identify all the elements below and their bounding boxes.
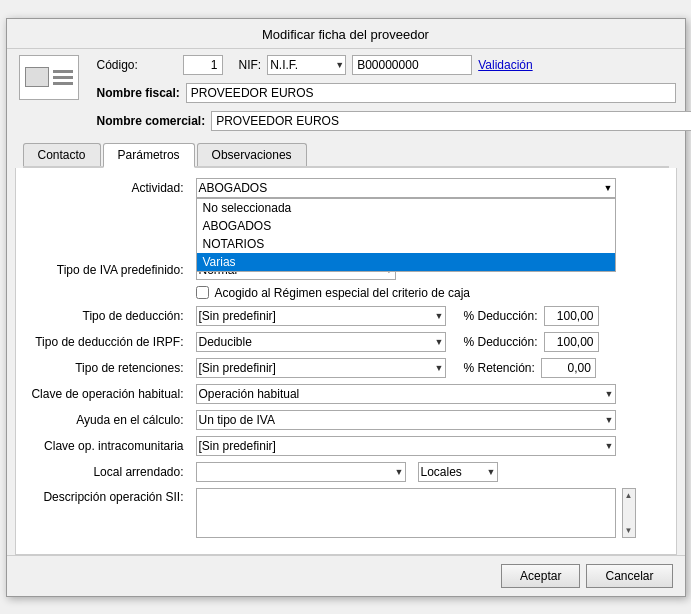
- pct-deduccion-input[interactable]: [544, 306, 599, 326]
- nombre-fiscal-row: Nombre fiscal:: [97, 83, 692, 103]
- locales-dropdown[interactable]: Locales No locales ▼: [418, 462, 498, 482]
- actividad-option-3[interactable]: Varias: [197, 253, 615, 271]
- tab-contacto[interactable]: Contacto: [23, 143, 101, 166]
- tipo-iva-label: Tipo de IVA predefinido:: [30, 263, 190, 277]
- footer: Aceptar Cancelar: [7, 555, 685, 596]
- clave-op-select[interactable]: Operación habitual: [196, 384, 616, 404]
- clave-intra-label: Clave op. intracomunitaria: [30, 439, 190, 453]
- actividad-select-box[interactable]: ABOGADOS ▼: [196, 178, 616, 198]
- local-arrendado-label: Local arrendado:: [30, 465, 190, 479]
- actividad-dropdown-arrow: ▼: [604, 183, 613, 193]
- tipo-deduccion-irpf-dropdown[interactable]: [Sin predefinir] Deducible No deducible …: [196, 332, 446, 352]
- tab-content-parametros: Actividad: ABOGADOS ▼ No seleccionada AB…: [15, 168, 677, 555]
- descripcion-scrollbar[interactable]: ▲ ▼: [622, 488, 636, 538]
- actividad-option-1[interactable]: ABOGADOS: [197, 217, 615, 235]
- descripcion-sii-row: Descripción operación SII: ▲ ▼: [30, 488, 662, 538]
- pct-deduccion-irpf-input[interactable]: [544, 332, 599, 352]
- header-section: Código: NIF: N.I.F. C.I.F. PASAPORTE ▼ V…: [7, 49, 685, 137]
- tipo-retenciones-row: Tipo de retenciones: [Sin predefinir] ▼ …: [30, 358, 662, 378]
- descripcion-sii-textarea[interactable]: [196, 488, 616, 538]
- tipo-retenciones-select[interactable]: [Sin predefinir]: [196, 358, 446, 378]
- scroll-up-arrow[interactable]: ▲: [625, 491, 633, 500]
- validacion-link[interactable]: Validación: [478, 58, 532, 72]
- logo-image: [25, 67, 49, 87]
- codigo-input[interactable]: [183, 55, 223, 75]
- tipo-deduccion-control: [Sin predefinir] Deducible No deducible …: [196, 306, 662, 326]
- nif-label: NIF:: [239, 58, 262, 72]
- logo: [19, 55, 79, 100]
- actividad-row: Actividad: ABOGADOS ▼ No seleccionada AB…: [30, 178, 662, 198]
- tipo-deduccion-select[interactable]: [Sin predefinir] Deducible No deducible: [196, 306, 446, 326]
- tab-parametros[interactable]: Parámetros: [103, 143, 195, 168]
- clave-op-control: Operación habitual ▼: [196, 384, 662, 404]
- actividad-dropdown-list[interactable]: No seleccionada ABOGADOS NOTARIOS Varias: [196, 198, 616, 272]
- ayuda-dropdown[interactable]: Un tipo de IVA ▼: [196, 410, 616, 430]
- tipo-retenciones-label: Tipo de retenciones:: [30, 361, 190, 375]
- local-dropdown[interactable]: ▼: [196, 462, 406, 482]
- logo-lines: [53, 70, 73, 85]
- nombre-fiscal-label: Nombre fiscal:: [97, 86, 180, 100]
- tipo-deduccion-label: Tipo de deducción:: [30, 309, 190, 323]
- clave-intra-row: Clave op. intracomunitaria [Sin predefin…: [30, 436, 662, 456]
- local-select[interactable]: [196, 462, 406, 482]
- locales-select[interactable]: Locales No locales: [418, 462, 498, 482]
- actividad-label: Actividad:: [30, 181, 190, 195]
- tipo-deduccion-irpf-select[interactable]: [Sin predefinir] Deducible No deducible: [196, 332, 446, 352]
- tipo-deduccion-dropdown[interactable]: [Sin predefinir] Deducible No deducible …: [196, 306, 446, 326]
- tipo-deduccion-irpf-row: Tipo de deducción de IRPF: [Sin predefin…: [30, 332, 662, 352]
- pct-deduccion-label: % Deducción:: [464, 309, 538, 323]
- scroll-down-arrow[interactable]: ▼: [625, 526, 633, 535]
- nif-type-dropdown[interactable]: N.I.F. C.I.F. PASAPORTE ▼: [267, 55, 346, 75]
- actividad-control: ABOGADOS ▼ No seleccionada ABOGADOS NOTA…: [196, 178, 662, 198]
- tipo-deduccion-irpf-label: Tipo de deducción de IRPF:: [30, 335, 190, 349]
- codigo-row: Código: NIF: N.I.F. C.I.F. PASAPORTE ▼ V…: [97, 55, 692, 75]
- acogido-row: Acogido al Régimen especial del criterio…: [196, 286, 662, 300]
- nombre-comercial-label: Nombre comercial:: [97, 114, 206, 128]
- clave-op-dropdown[interactable]: Operación habitual ▼: [196, 384, 616, 404]
- tipo-retenciones-dropdown[interactable]: [Sin predefinir] ▼: [196, 358, 446, 378]
- clave-op-label: Clave de operación habitual:: [30, 387, 190, 401]
- actividad-selected-value: ABOGADOS: [199, 181, 268, 195]
- nif-type-select[interactable]: N.I.F. C.I.F. PASAPORTE: [267, 55, 346, 75]
- descripcion-sii-label: Descripción operación SII:: [30, 488, 190, 504]
- nombre-comercial-input[interactable]: [211, 111, 691, 131]
- ayuda-select[interactable]: Un tipo de IVA: [196, 410, 616, 430]
- pct-retencion-label: % Retención:: [464, 361, 535, 375]
- nif-value-input[interactable]: [352, 55, 472, 75]
- ayuda-control: Un tipo de IVA ▼: [196, 410, 662, 430]
- ayuda-label: Ayuda en el cálculo:: [30, 413, 190, 427]
- clave-intra-dropdown[interactable]: [Sin predefinir] ▼: [196, 436, 616, 456]
- pct-retencion-input[interactable]: [541, 358, 596, 378]
- dialog-title: Modificar ficha del proveedor: [7, 19, 685, 49]
- local-arrendado-control: ▼ Locales No locales ▼: [196, 462, 662, 482]
- codigo-label: Código:: [97, 58, 177, 72]
- title-text: Modificar ficha del proveedor: [262, 27, 429, 42]
- tab-observaciones[interactable]: Observaciones: [197, 143, 307, 166]
- nombre-comercial-row: Nombre comercial:: [97, 111, 692, 131]
- tipo-deduccion-irpf-control: [Sin predefinir] Deducible No deducible …: [196, 332, 662, 352]
- clave-intra-select[interactable]: [Sin predefinir]: [196, 436, 616, 456]
- actividad-option-2[interactable]: NOTARIOS: [197, 235, 615, 253]
- nombre-fiscal-input[interactable]: [186, 83, 676, 103]
- cancelar-button[interactable]: Cancelar: [586, 564, 672, 588]
- dialog: Modificar ficha del proveedor Código: NI…: [6, 18, 686, 597]
- clave-intra-control: [Sin predefinir] ▼: [196, 436, 662, 456]
- tabs: Contacto Parámetros Observaciones: [23, 143, 669, 168]
- tipo-retenciones-control: [Sin predefinir] ▼ % Retención:: [196, 358, 662, 378]
- aceptar-button[interactable]: Aceptar: [501, 564, 580, 588]
- actividad-option-0[interactable]: No seleccionada: [197, 199, 615, 217]
- acogido-label: Acogido al Régimen especial del criterio…: [215, 286, 470, 300]
- local-arrendado-row: Local arrendado: ▼ Locales No locales ▼: [30, 462, 662, 482]
- tipo-deduccion-row: Tipo de deducción: [Sin predefinir] Dedu…: [30, 306, 662, 326]
- descripcion-sii-control: ▲ ▼: [196, 488, 662, 538]
- acogido-checkbox[interactable]: [196, 286, 209, 299]
- clave-op-row: Clave de operación habitual: Operación h…: [30, 384, 662, 404]
- ayuda-row: Ayuda en el cálculo: Un tipo de IVA ▼: [30, 410, 662, 430]
- pct-deduccion-irpf-label: % Deducción:: [464, 335, 538, 349]
